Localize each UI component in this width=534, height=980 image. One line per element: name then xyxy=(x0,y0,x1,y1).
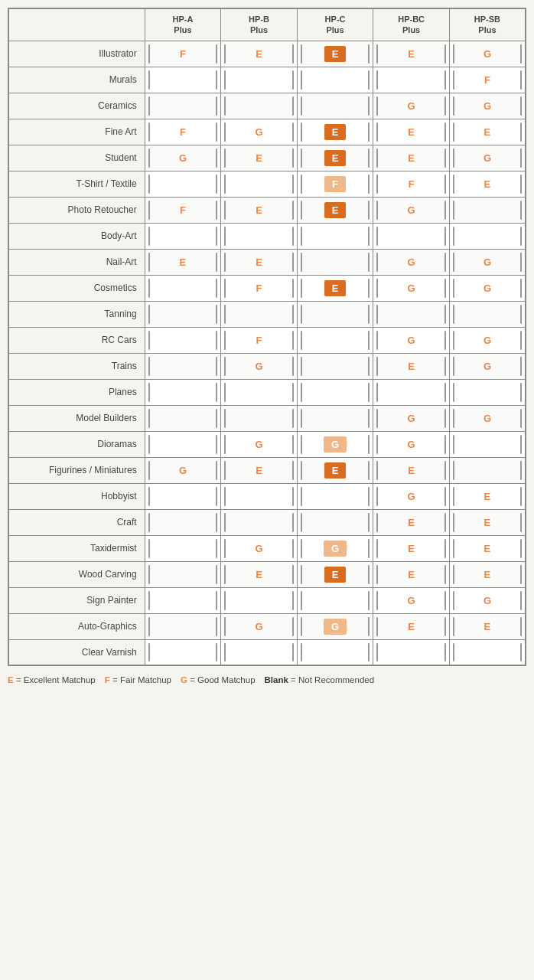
row-label: Tanning xyxy=(8,301,145,327)
cell-hpb: G xyxy=(221,613,298,639)
cell-hpsb: G xyxy=(449,405,526,431)
cell-hpb: E xyxy=(221,457,298,483)
row-label: Illustrator xyxy=(8,41,145,67)
cell-hpb xyxy=(221,379,298,405)
cell-hpsb: F xyxy=(449,67,526,93)
row-label: Trains xyxy=(8,353,145,379)
cell-hpbc: E xyxy=(373,613,450,639)
cell-hpsb xyxy=(449,301,526,327)
cell-hpc: E xyxy=(297,197,373,223)
cell-hpc: G xyxy=(297,535,373,561)
cell-hpc xyxy=(297,353,373,379)
cell-hpa xyxy=(145,535,221,561)
cell-hpc: E xyxy=(297,145,373,171)
cell-hpb xyxy=(221,301,298,327)
cell-hpc xyxy=(297,249,373,275)
header-label-col xyxy=(8,8,145,41)
table-row: Wood CarvingEEEE xyxy=(8,561,526,587)
header-hpb: HP-BPlus xyxy=(221,8,298,41)
cell-hpbc: E xyxy=(373,41,450,67)
table-row: Planes xyxy=(8,379,526,405)
cell-hpc xyxy=(297,327,373,353)
cell-hpsb: E xyxy=(449,561,526,587)
cell-hpsb: E xyxy=(449,535,526,561)
cell-hpa xyxy=(145,379,221,405)
row-label: Hobbyist xyxy=(8,483,145,509)
cell-hpbc: G xyxy=(373,483,450,509)
cell-hpb: F xyxy=(221,327,298,353)
cell-hpc xyxy=(297,405,373,431)
table-row: TaxidermistGGEE xyxy=(8,535,526,561)
cell-hpc xyxy=(297,509,373,535)
cell-hpbc: E xyxy=(373,457,450,483)
row-label: Photo Retoucher xyxy=(8,197,145,223)
cell-hpb xyxy=(221,93,298,119)
legend-e: E = Excellent Matchup xyxy=(8,675,96,684)
table-row: TrainsGEG xyxy=(8,353,526,379)
cell-hpb: E xyxy=(221,41,298,67)
cell-hpbc: E xyxy=(373,353,450,379)
cell-hpb: G xyxy=(221,431,298,457)
table-row: Model BuildersGG xyxy=(8,405,526,431)
cell-hpa xyxy=(145,587,221,613)
cell-hpsb: G xyxy=(449,587,526,613)
table-row: CraftEE xyxy=(8,509,526,535)
cell-hpbc xyxy=(373,301,450,327)
cell-hpb xyxy=(221,509,298,535)
cell-hpbc: G xyxy=(373,93,450,119)
row-label: Student xyxy=(8,145,145,171)
cell-hpc: E xyxy=(297,275,373,301)
cell-hpsb: G xyxy=(449,145,526,171)
row-label: Planes xyxy=(8,379,145,405)
table-row: CeramicsGG xyxy=(8,93,526,119)
cell-hpa xyxy=(145,639,221,665)
table-row: T-Shirt / TextileFFE xyxy=(8,171,526,197)
cell-hpa xyxy=(145,509,221,535)
row-label: Cosmetics xyxy=(8,275,145,301)
cell-hpsb xyxy=(449,223,526,249)
cell-hpbc: G xyxy=(373,431,450,457)
cell-hpbc: G xyxy=(373,197,450,223)
cell-hpb xyxy=(221,483,298,509)
table-row: Fine ArtFGEEE xyxy=(8,119,526,145)
cell-hpsb xyxy=(449,639,526,665)
cell-hpb xyxy=(221,405,298,431)
cell-hpa xyxy=(145,431,221,457)
cell-hpb: E xyxy=(221,249,298,275)
cell-hpc xyxy=(297,93,373,119)
cell-hpsb: E xyxy=(449,509,526,535)
row-label: T-Shirt / Textile xyxy=(8,171,145,197)
cell-hpbc: G xyxy=(373,249,450,275)
row-label: Sign Painter xyxy=(8,587,145,613)
cell-hpbc: E xyxy=(373,509,450,535)
compatibility-table: HP-APlus HP-BPlus HP-CPlus HP-BCPlus HP-… xyxy=(8,8,526,666)
cell-hpa: F xyxy=(145,197,221,223)
cell-hpb: E xyxy=(221,145,298,171)
row-label: Auto-Graphics xyxy=(8,613,145,639)
cell-hpa: F xyxy=(145,41,221,67)
cell-hpb: E xyxy=(221,561,298,587)
cell-hpc xyxy=(297,223,373,249)
table-header-row: HP-APlus HP-BPlus HP-CPlus HP-BCPlus HP-… xyxy=(8,8,526,41)
cell-hpc: F xyxy=(297,171,373,197)
cell-hpb: G xyxy=(221,353,298,379)
cell-hpsb: E xyxy=(449,171,526,197)
cell-hpc: G xyxy=(297,613,373,639)
cell-hpbc: F xyxy=(373,171,450,197)
cell-hpbc xyxy=(373,379,450,405)
cell-hpbc: E xyxy=(373,535,450,561)
cell-hpa xyxy=(145,301,221,327)
cell-hpsb: G xyxy=(449,275,526,301)
cell-hpc xyxy=(297,587,373,613)
table-body: IllustratorFEEEGMuralsFCeramicsGGFine Ar… xyxy=(8,41,526,665)
row-label: Craft xyxy=(8,509,145,535)
cell-hpsb xyxy=(449,197,526,223)
cell-hpbc: G xyxy=(373,275,450,301)
cell-hpa xyxy=(145,223,221,249)
table-row: HobbyistGE xyxy=(8,483,526,509)
row-label: Fine Art xyxy=(8,119,145,145)
cell-hpsb: G xyxy=(449,353,526,379)
table-row: Nail-ArtEEGG xyxy=(8,249,526,275)
table-row: DioramasGGG xyxy=(8,431,526,457)
cell-hpb xyxy=(221,639,298,665)
